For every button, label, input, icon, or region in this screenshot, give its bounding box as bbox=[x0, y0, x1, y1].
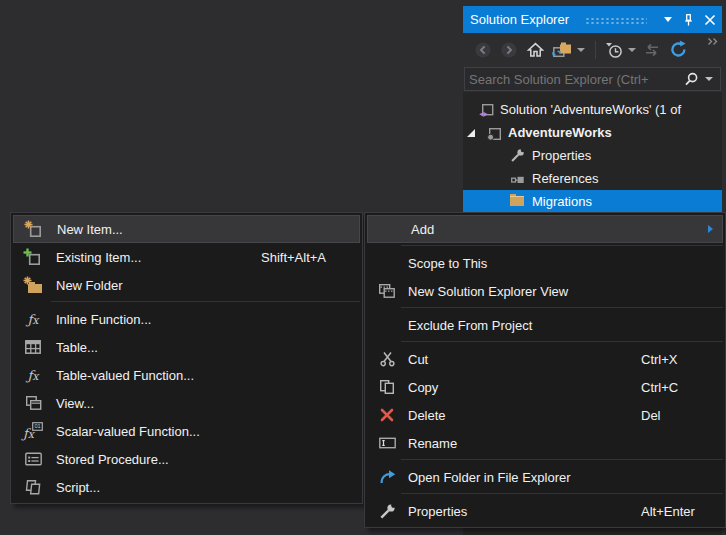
menu-item-new-item[interactable]: New Item... bbox=[13, 215, 360, 243]
new-view-icon bbox=[377, 281, 397, 301]
forward-button[interactable] bbox=[497, 38, 521, 62]
search-input[interactable] bbox=[465, 72, 684, 87]
menu-item-scalar-valued-function[interactable]: ƒx 01 Scalar-valued Function... bbox=[11, 417, 362, 445]
menu-item-add[interactable]: Add bbox=[367, 215, 723, 243]
submenu-arrow-icon bbox=[708, 225, 713, 233]
menu-item-stored-procedure[interactable]: Stored Procedure... bbox=[11, 445, 362, 473]
menu-item-label: Inline Function... bbox=[56, 312, 151, 327]
menu-item-label: New Solution Explorer View bbox=[408, 284, 568, 299]
search-icon[interactable] bbox=[684, 72, 699, 87]
shortcut-label: Alt+Enter bbox=[641, 504, 695, 519]
window-position-button[interactable] bbox=[658, 6, 678, 33]
menu-separator bbox=[401, 307, 723, 308]
menu-item-existing-item[interactable]: Existing Item... Shift+Alt+A bbox=[11, 243, 362, 271]
menu-item-new-folder[interactable]: New Folder bbox=[11, 271, 362, 299]
search-options-caret[interactable] bbox=[705, 77, 713, 81]
menu-item-new-solution-explorer-view[interactable]: New Solution Explorer View bbox=[365, 277, 725, 305]
menu-item-open-folder-in-file-explorer[interactable]: Open Folder in File Explorer bbox=[365, 463, 725, 491]
wrench-icon bbox=[510, 148, 526, 164]
menu-item-label: Exclude From Project bbox=[408, 318, 532, 333]
switch-views-dropdown-caret[interactable] bbox=[577, 48, 585, 52]
menu-item-label: Script... bbox=[56, 480, 100, 495]
filter-clock-icon bbox=[604, 41, 624, 59]
sync-icon bbox=[643, 42, 661, 58]
menu-item-label: Existing Item... bbox=[56, 250, 141, 265]
tree-row-references[interactable]: References bbox=[463, 167, 722, 190]
scissors-icon bbox=[377, 349, 397, 369]
solution-explorer-titlebar[interactable]: Solution Explorer bbox=[463, 6, 722, 33]
home-icon bbox=[526, 41, 545, 59]
add-submenu: New Item... Existing Item... Shift+Alt+A bbox=[10, 212, 363, 504]
project-icon bbox=[486, 125, 502, 141]
shortcut-label: Del bbox=[641, 408, 661, 423]
menu-item-label: Rename bbox=[408, 436, 457, 451]
menu-item-label: Table... bbox=[56, 340, 98, 355]
shortcut-label: Ctrl+X bbox=[641, 352, 677, 367]
forward-icon bbox=[500, 41, 518, 59]
view-icon bbox=[23, 393, 43, 413]
menu-item-exclude-from-project[interactable]: Exclude From Project bbox=[365, 311, 725, 339]
titlebar-grip bbox=[585, 17, 647, 24]
pin-icon bbox=[682, 13, 695, 27]
tree-label: Migrations bbox=[532, 194, 592, 209]
menu-item-rename[interactable]: Rename bbox=[365, 429, 725, 457]
pending-changes-filter-button[interactable] bbox=[602, 38, 626, 62]
menu-item-cut[interactable]: Cut Ctrl+X bbox=[365, 345, 725, 373]
menu-item-delete[interactable]: Delete Del bbox=[365, 401, 725, 429]
menu-item-label: Delete bbox=[408, 408, 446, 423]
filter-dropdown-caret[interactable] bbox=[628, 48, 636, 52]
menu-item-copy[interactable]: Copy Ctrl+C bbox=[365, 373, 725, 401]
panel-title: Solution Explorer bbox=[463, 12, 569, 27]
tree-row-project[interactable]: AdventureWorks bbox=[463, 121, 722, 144]
rename-icon bbox=[377, 433, 397, 453]
copy-icon bbox=[377, 377, 397, 397]
menu-item-label: Properties bbox=[408, 504, 467, 519]
back-icon bbox=[474, 41, 492, 59]
folder-icon bbox=[510, 194, 526, 210]
menu-separator bbox=[401, 245, 723, 246]
shortcut-label: Shift+Alt+A bbox=[261, 250, 326, 265]
close-icon bbox=[704, 14, 716, 26]
existing-item-icon bbox=[23, 247, 43, 267]
tree-row-migrations[interactable]: Migrations bbox=[463, 190, 722, 213]
new-item-icon bbox=[24, 219, 44, 239]
menu-item-properties[interactable]: Properties Alt+Enter bbox=[365, 497, 725, 525]
search-box[interactable] bbox=[464, 67, 721, 91]
menu-separator bbox=[401, 459, 723, 460]
close-button[interactable] bbox=[700, 6, 720, 33]
shortcut-label: Ctrl+C bbox=[641, 380, 678, 395]
solution-explorer-toolbar bbox=[463, 33, 722, 66]
menu-item-label: Scope to This bbox=[408, 256, 487, 271]
scalar-function-icon: ƒx 01 bbox=[23, 421, 43, 441]
context-menu: Add Scope to This New Solution Explorer … bbox=[364, 212, 726, 528]
home-button[interactable] bbox=[523, 38, 547, 62]
menu-item-label: Scalar-valued Function... bbox=[56, 424, 200, 439]
menu-item-table[interactable]: Table... bbox=[11, 333, 362, 361]
refresh-button[interactable] bbox=[666, 38, 690, 62]
menu-item-scope-to-this[interactable]: Scope to This bbox=[365, 249, 725, 277]
switch-views-button[interactable] bbox=[549, 38, 575, 62]
toolbar-separator bbox=[595, 41, 596, 59]
menu-separator bbox=[401, 493, 723, 494]
menu-item-script[interactable]: Script... bbox=[11, 473, 362, 501]
menu-item-table-valued-function[interactable]: ƒx Table-valued Function... bbox=[11, 361, 362, 389]
search-row bbox=[463, 66, 722, 92]
function-icon: ƒx bbox=[23, 309, 43, 329]
chevron-down-icon bbox=[664, 17, 672, 22]
menu-item-label: Table-valued Function... bbox=[56, 368, 194, 383]
expanded-triangle-icon[interactable] bbox=[467, 129, 475, 137]
switch-views-icon bbox=[551, 41, 573, 59]
solution-icon bbox=[478, 102, 494, 118]
toolbar-overflow-button[interactable] bbox=[707, 35, 719, 50]
menu-item-inline-function[interactable]: ƒx Inline Function... bbox=[11, 305, 362, 333]
pin-button[interactable] bbox=[678, 6, 698, 33]
sync-with-active-document-button[interactable] bbox=[640, 38, 664, 62]
tree-label: Solution 'AdventureWorks' (1 of bbox=[500, 102, 681, 117]
tree-row-solution[interactable]: Solution 'AdventureWorks' (1 of bbox=[463, 98, 722, 121]
menu-item-label: Stored Procedure... bbox=[56, 452, 169, 467]
menu-item-view[interactable]: View... bbox=[11, 389, 362, 417]
back-button[interactable] bbox=[471, 38, 495, 62]
menu-item-label: Copy bbox=[408, 380, 438, 395]
tree-row-properties[interactable]: Properties bbox=[463, 144, 722, 167]
menu-item-label: View... bbox=[56, 396, 94, 411]
